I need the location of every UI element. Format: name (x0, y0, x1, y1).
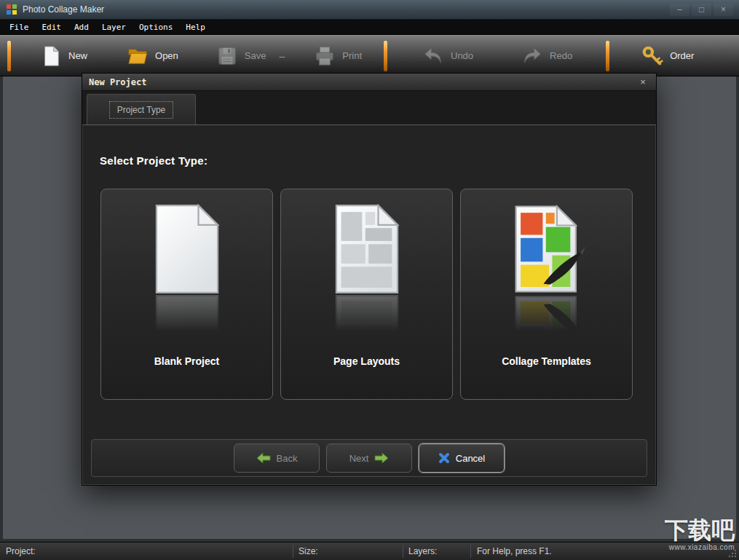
card-page-layouts[interactable]: Page Layouts (280, 189, 453, 400)
next-button[interactable]: Next (326, 443, 412, 473)
toolbar-separator (606, 41, 609, 71)
menu-file[interactable]: File (3, 20, 36, 34)
cancel-button[interactable]: Cancel (419, 443, 505, 473)
save-icon (216, 45, 238, 67)
toolbar: New Open Save – (0, 35, 739, 76)
card-label-collage-templates: Collage Templates (461, 355, 632, 367)
status-separator (403, 545, 403, 558)
order-label: Order (670, 50, 694, 61)
status-layers-label: Layers: (408, 546, 437, 556)
toolbar-separator (7, 41, 11, 71)
card-label-page-layouts: Page Layouts (281, 355, 452, 367)
new-label: New (68, 50, 87, 61)
maximize-button[interactable]: □ (692, 4, 711, 16)
open-button[interactable]: Open (118, 41, 187, 71)
dialog-title: New Project (89, 77, 146, 87)
menu-edit[interactable]: Edit (36, 20, 68, 34)
new-document-icon (40, 45, 62, 67)
save-more-indicator: – (279, 50, 285, 62)
menu-options[interactable]: Options (133, 20, 179, 34)
menu-layer[interactable]: Layer (95, 20, 133, 34)
redo-label: Redo (550, 50, 572, 61)
print-icon (314, 45, 336, 67)
redo-icon (521, 45, 543, 67)
minimize-button[interactable]: – (670, 4, 689, 16)
card-collage-templates[interactable]: Collage Templates (460, 189, 633, 400)
open-label: Open (155, 50, 178, 61)
tab-project-type[interactable]: Project Type (87, 94, 196, 125)
app-icon (6, 4, 17, 15)
toolbar-separator (384, 41, 387, 71)
menu-add[interactable]: Add (68, 20, 95, 34)
undo-icon (422, 45, 444, 67)
close-button[interactable]: × (714, 4, 733, 16)
page-layouts-reflection (331, 294, 403, 338)
resize-grip[interactable] (727, 548, 738, 559)
tab-project-type-label: Project Type (109, 101, 173, 119)
blank-page-reflection (151, 294, 224, 338)
collage-templates-icon (510, 204, 583, 294)
menu-help[interactable]: Help (179, 20, 212, 34)
status-help-text: For Help, press F1. (477, 546, 552, 556)
card-blank-project[interactable]: Blank Project (100, 189, 273, 400)
collage-templates-reflection (510, 294, 583, 338)
statusbar: Project: Size: Layers: For Help, press F… (0, 542, 739, 560)
redo-button[interactable]: Redo (513, 41, 581, 71)
status-project-label: Project: (6, 546, 36, 556)
menubar: File Edit Add Layer Options Help (0, 20, 739, 35)
dialog-close-button[interactable]: × (636, 76, 649, 87)
print-button[interactable]: Print (305, 41, 371, 71)
new-project-dialog: New Project × Project Type Select Projec… (82, 73, 657, 486)
status-separator (293, 545, 293, 558)
save-label: Save (245, 50, 266, 61)
next-arrow-icon (374, 452, 389, 464)
undo-label: Undo (451, 50, 473, 61)
print-label: Print (342, 50, 362, 61)
back-button[interactable]: Back (234, 443, 320, 473)
project-type-cards: Blank Project (100, 189, 656, 400)
titlebar[interactable]: Photo Collage Maker – □ × (0, 0, 739, 20)
status-size-label: Size: (299, 546, 318, 556)
window-controls: – □ × (670, 4, 733, 16)
status-separator (470, 545, 471, 558)
cancel-label: Cancel (456, 453, 485, 464)
next-label: Next (349, 453, 369, 464)
new-button[interactable]: New (31, 41, 96, 71)
blank-page-icon (151, 204, 224, 294)
page-layouts-icon (331, 204, 403, 294)
window-title: Photo Collage Maker (23, 4, 104, 15)
back-label: Back (277, 453, 298, 464)
dialog-button-bar: Back Next Cancel (91, 439, 647, 477)
key-icon (641, 45, 663, 67)
save-button[interactable]: Save (208, 41, 275, 71)
undo-button[interactable]: Undo (414, 41, 482, 71)
dialog-titlebar[interactable]: New Project × (82, 74, 656, 91)
cancel-x-icon (438, 452, 450, 464)
dialog-tabstrip: Project Type (82, 91, 656, 125)
back-arrow-icon (256, 452, 271, 464)
card-label-blank-project: Blank Project (101, 355, 272, 367)
open-folder-icon (127, 45, 149, 67)
select-project-type-heading: Select Project Type: (100, 154, 656, 167)
order-button[interactable]: Order (633, 41, 703, 71)
